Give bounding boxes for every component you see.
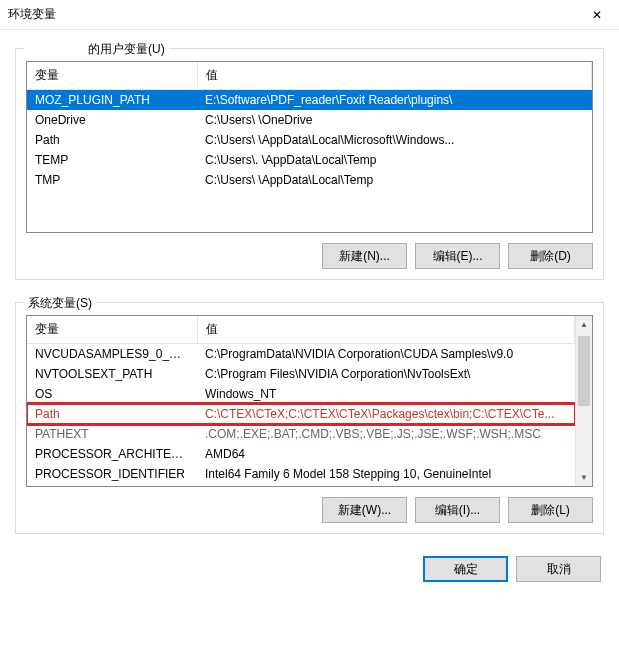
user-vars-table-wrap: 变量 值 MOZ_PLUGIN_PATHE:\Software\PDF_read… [26, 61, 593, 233]
cell-value: C:\Users\ \OneDrive [197, 110, 592, 130]
table-row[interactable]: TEMPC:\Users\. \AppData\Local\Temp [27, 150, 592, 170]
system-vars-group: 系统变量(S) 变量 值 NVCUDASAMPLES9_0_RO...C:\Pr… [15, 302, 604, 534]
table-row[interactable]: PROCESSOR_ARCHITECT...AMD64 [27, 444, 575, 464]
cell-name: OneDrive [27, 110, 197, 130]
cell-value: C:\Users\ \AppData\Local\Microsoft\Windo… [197, 130, 592, 150]
table-row[interactable]: PROCESSOR_IDENTIFIERIntel64 Family 6 Mod… [27, 464, 575, 484]
titlebar: 环境变量 ✕ [0, 0, 619, 30]
user-delete-button[interactable]: 删除(D) [508, 243, 593, 269]
cell-name: MOZ_PLUGIN_PATH [27, 90, 197, 111]
table-row[interactable]: NVCUDASAMPLES9_0_RO...C:\ProgramData\NVI… [27, 344, 575, 365]
user-edit-button[interactable]: 编辑(E)... [415, 243, 500, 269]
cell-name: Path [27, 404, 197, 424]
cell-value: C:\ProgramData\NVIDIA Corporation\CUDA S… [197, 344, 575, 365]
table-row[interactable]: OneDriveC:\Users\ \OneDrive [27, 110, 592, 130]
cell-value: C:\CTEX\CTeX;C:\CTEX\CTeX\Packages\ctex\… [197, 404, 575, 424]
table-row[interactable]: NVTOOLSEXT_PATHC:\Program Files\NVIDIA C… [27, 364, 575, 384]
cell-name: PROCESSOR_IDENTIFIER [27, 464, 197, 484]
cell-value: C:\Users\ \AppData\Local\Temp [197, 170, 592, 190]
system-scrollbar[interactable]: ▲ ▼ [575, 316, 592, 486]
cell-name: NVTOOLSEXT_PATH [27, 364, 197, 384]
table-row[interactable]: TMPC:\Users\ \AppData\Local\Temp [27, 170, 592, 190]
dialog-buttons: 确定 取消 [0, 544, 619, 600]
cell-name: TMP [27, 170, 197, 190]
cell-value: Windows_NT [197, 384, 575, 404]
table-row[interactable]: OSWindows_NT [27, 384, 575, 404]
user-buttons: 新建(N)... 编辑(E)... 删除(D) [26, 243, 593, 269]
cell-name: PROCESSOR_ARCHITECT... [27, 444, 197, 464]
scroll-thumb[interactable] [578, 336, 590, 406]
user-vars-group: 的用户变量(U) 变量 值 MOZ_PLUGIN_PATHE:\Software… [15, 48, 604, 280]
table-row[interactable]: PathC:\CTEX\CTeX;C:\CTEX\CTeX\Packages\c… [27, 404, 575, 424]
user-col-name[interactable]: 变量 [27, 62, 197, 90]
cell-value: E:\Software\PDF_reader\Foxit Reader\plug… [197, 90, 592, 111]
cell-name: OS [27, 384, 197, 404]
sys-col-value[interactable]: 值 [197, 316, 575, 344]
table-row[interactable]: PathC:\Users\ \AppData\Local\Microsoft\W… [27, 130, 592, 150]
user-new-button[interactable]: 新建(N)... [322, 243, 407, 269]
system-vars-label: 系统变量(S) [24, 295, 96, 312]
sys-col-name[interactable]: 变量 [27, 316, 197, 344]
close-icon: ✕ [592, 8, 602, 22]
scroll-up-icon[interactable]: ▲ [576, 316, 592, 333]
cell-name: PATHEXT [27, 424, 197, 444]
cell-name: TEMP [27, 150, 197, 170]
table-row[interactable]: MOZ_PLUGIN_PATHE:\Software\PDF_reader\Fo… [27, 90, 592, 111]
table-row[interactable]: PATHEXT.COM;.EXE;.BAT;.CMD;.VBS;.VBE;.JS… [27, 424, 575, 444]
cell-value: C:\Users\. \AppData\Local\Temp [197, 150, 592, 170]
system-buttons: 新建(W)... 编辑(I)... 删除(L) [26, 497, 593, 523]
close-button[interactable]: ✕ [574, 0, 619, 30]
system-new-button[interactable]: 新建(W)... [322, 497, 407, 523]
window-title: 环境变量 [0, 6, 56, 23]
cell-name: NVCUDASAMPLES9_0_RO... [27, 344, 197, 365]
user-vars-label: 的用户变量(U) [24, 41, 169, 58]
cell-value: C:\Program Files\NVIDIA Corporation\NvTo… [197, 364, 575, 384]
dialog-content: 的用户变量(U) 变量 值 MOZ_PLUGIN_PATHE:\Software… [0, 30, 619, 544]
cancel-button[interactable]: 取消 [516, 556, 601, 582]
cell-value: .COM;.EXE;.BAT;.CMD;.VBS;.VBE;.JS;.JSE;.… [197, 424, 575, 444]
scroll-down-icon[interactable]: ▼ [576, 469, 592, 486]
system-vars-table[interactable]: 变量 值 NVCUDASAMPLES9_0_RO...C:\ProgramDat… [27, 316, 575, 484]
censored-username [28, 41, 88, 53]
system-vars-table-wrap: 变量 值 NVCUDASAMPLES9_0_RO...C:\ProgramDat… [26, 315, 593, 487]
system-edit-button[interactable]: 编辑(I)... [415, 497, 500, 523]
user-col-value[interactable]: 值 [197, 62, 592, 90]
user-vars-table[interactable]: 变量 值 MOZ_PLUGIN_PATHE:\Software\PDF_read… [27, 62, 592, 190]
system-delete-button[interactable]: 删除(L) [508, 497, 593, 523]
cell-value: AMD64 [197, 444, 575, 464]
cell-value: Intel64 Family 6 Model 158 Stepping 10, … [197, 464, 575, 484]
cell-name: Path [27, 130, 197, 150]
ok-button[interactable]: 确定 [423, 556, 508, 582]
